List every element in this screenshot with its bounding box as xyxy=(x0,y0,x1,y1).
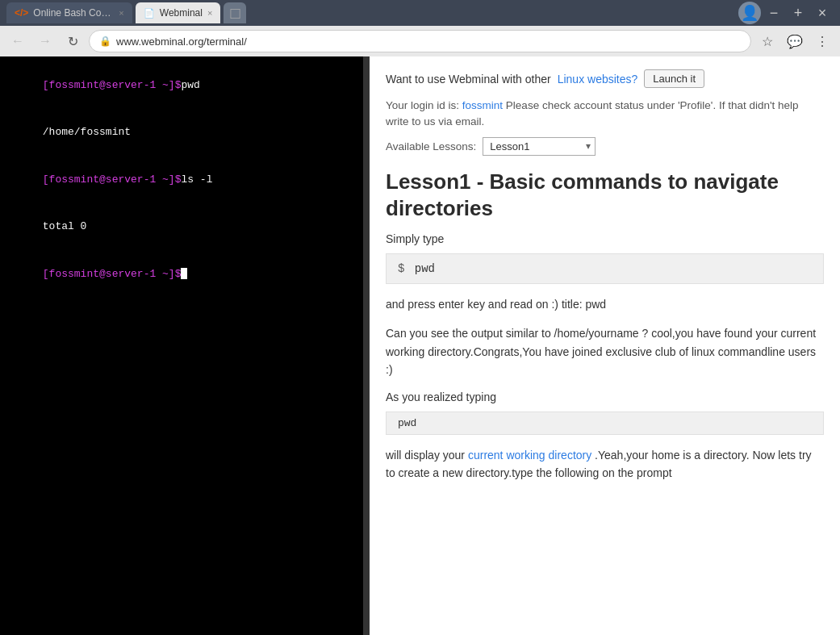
prompt-1: [fossmint@server-1 ~]$ xyxy=(43,79,182,91)
star-icon: ☆ xyxy=(762,34,773,49)
username-link[interactable]: fossmint xyxy=(462,99,503,111)
current-dir-link[interactable]: current working directory xyxy=(468,449,591,462)
star-button[interactable]: ☆ xyxy=(756,30,779,52)
as-you-realized: As you realized typing xyxy=(386,391,824,403)
will-display-text: will display your current working direct… xyxy=(386,446,824,483)
prompt-3: [fossmint@server-1 ~]$ xyxy=(43,268,182,280)
lessons-select-wrapper[interactable]: Lesson1 xyxy=(483,137,596,156)
available-lessons-label: Available Lessons: xyxy=(386,140,476,152)
terminal-line-4: total 0 xyxy=(5,203,365,251)
command-dollar: $ xyxy=(398,262,404,275)
output-2: total 0 xyxy=(43,220,87,232)
cmd-2: ls -l xyxy=(181,173,212,186)
want-to-use-section: Want to use Webminal with other Linux we… xyxy=(386,69,824,88)
lessons-row: Available Lessons: Lesson1 xyxy=(386,137,824,156)
forward-button[interactable]: → xyxy=(34,30,56,52)
terminal-scrollbar[interactable] xyxy=(363,56,370,635)
bash-tab-icon: </> xyxy=(15,7,28,19)
terminal-line-2: /home/fossmint xyxy=(5,109,365,157)
cursor xyxy=(181,268,187,279)
terminal-panel[interactable]: [fossmint@server-1 ~]$pwd /home/fossmint… xyxy=(0,56,370,635)
reload-button[interactable]: ↻ xyxy=(61,30,84,52)
address-bar[interactable]: 🔒 www.webminal.org/terminal/ xyxy=(89,30,751,52)
tab1-close[interactable]: × xyxy=(119,8,123,18)
chat-icon: 💬 xyxy=(787,34,803,49)
forward-icon: → xyxy=(39,34,52,48)
want-to-use-text: Want to use Webminal with other xyxy=(386,73,551,86)
login-info: Your login id is: fossmint Please check … xyxy=(386,98,824,131)
want-to-use-row: Want to use Webminal with other Linux we… xyxy=(386,69,824,88)
right-panel[interactable]: Want to use Webminal with other Linux we… xyxy=(370,56,840,635)
tab2-close[interactable]: × xyxy=(207,8,212,18)
tab2-label: Webminal xyxy=(160,7,203,19)
prompt-2: [fossmint@server-1 ~]$ xyxy=(43,173,182,186)
tab1-label: Online Bash Compl... xyxy=(33,7,114,19)
window-controls: 👤 − + × xyxy=(738,2,834,24)
login-info-pre: Your login id is: xyxy=(386,99,459,111)
launch-button[interactable]: Launch it xyxy=(644,69,704,88)
command-text: pwd xyxy=(415,262,435,275)
cmd-1: pwd xyxy=(181,79,199,91)
new-tab-placeholder: □ xyxy=(224,2,246,23)
maximize-button[interactable]: + xyxy=(787,3,809,23)
close-button[interactable]: × xyxy=(811,3,834,23)
chat-button[interactable]: 💬 xyxy=(784,30,806,52)
press-enter-text: and press enter key and read on :) title… xyxy=(386,295,824,313)
profile-icon[interactable]: 👤 xyxy=(738,2,761,24)
address-text: www.webminal.org/terminal/ xyxy=(116,36,741,48)
minimize-button[interactable]: − xyxy=(763,3,785,23)
will-display-pre: will display your xyxy=(386,449,465,462)
output-1: /home/fossmint xyxy=(43,126,131,138)
back-button[interactable]: ← xyxy=(6,30,29,52)
webminal-tab-icon: 📄 xyxy=(144,8,155,19)
command-block: $ pwd xyxy=(386,253,824,284)
title-bar: </> Online Bash Compl... × 📄 Webminal × … xyxy=(0,0,840,26)
menu-icon: ⋮ xyxy=(816,34,829,49)
output-desc: Can you see the output similar to /home/… xyxy=(386,324,824,378)
tab-webminal[interactable]: 📄 Webminal × xyxy=(136,2,221,23)
content-area: [fossmint@server-1 ~]$pwd /home/fossmint… xyxy=(0,56,840,635)
tab-online-bash[interactable]: </> Online Bash Compl... × xyxy=(6,2,132,23)
lessons-select[interactable]: Lesson1 xyxy=(483,137,596,156)
simply-type-text: Simply type xyxy=(386,232,824,245)
browser-chrome: </> Online Bash Compl... × 📄 Webminal × … xyxy=(0,0,840,56)
terminal-line-5: [fossmint@server-1 ~]$ xyxy=(5,250,365,298)
lock-icon: 🔒 xyxy=(99,36,111,47)
menu-button[interactable]: ⋮ xyxy=(811,30,834,52)
nav-bar: ← → ↻ 🔒 www.webminal.org/terminal/ ☆ 💬 ⋮ xyxy=(0,26,840,56)
terminal-line-1: [fossmint@server-1 ~]$pwd xyxy=(5,61,365,109)
reload-icon: ↻ xyxy=(68,34,78,49)
code-pwd: pwd xyxy=(386,411,824,435)
linux-link[interactable]: Linux websites? xyxy=(558,73,638,86)
lesson-title: Lesson1 - Basic commands to navigate dir… xyxy=(386,169,824,224)
terminal-line-3: [fossmint@server-1 ~]$ls -l xyxy=(5,156,365,203)
back-icon: ← xyxy=(11,34,24,48)
